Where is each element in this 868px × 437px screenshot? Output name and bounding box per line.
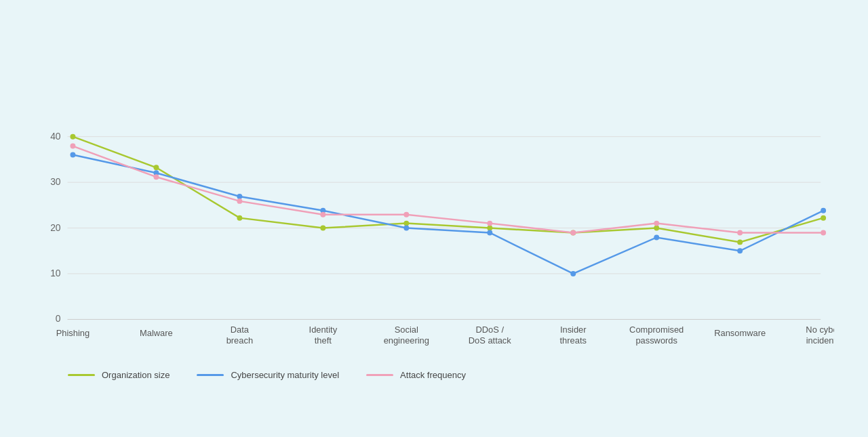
- x-label-7b: passwords: [635, 335, 677, 346]
- legend-cybersecurity-maturity: Cybersecurity maturity level: [197, 370, 339, 380]
- x-label-8: Ransomware: [714, 328, 766, 338]
- organization-size-line: [73, 136, 823, 242]
- chart-area: 0 10 20 30 40: [27, 26, 834, 358]
- cybersecurity-maturity-line: [73, 154, 823, 274]
- chart-legend: Organization size Cybersecurity maturity…: [27, 370, 834, 380]
- attack-dot-8: [737, 230, 743, 235]
- cyber-dot-4: [403, 225, 409, 230]
- attack-dot-2: [237, 198, 242, 203]
- x-label-6b: threats: [560, 335, 587, 346]
- legend-attack-line: [366, 374, 393, 376]
- org-dot-4: [403, 220, 409, 226]
- org-dot-7: [654, 225, 659, 230]
- org-dot-5: [487, 225, 492, 230]
- cyber-dot-5: [487, 230, 492, 235]
- x-label-5b: DoS attack: [469, 335, 512, 346]
- org-dot-8: [737, 239, 743, 245]
- x-label-1: Malware: [140, 328, 173, 338]
- chart-container: 0 10 20 30 40: [14, 12, 854, 425]
- attack-dot-6: [570, 230, 576, 235]
- org-dot-9: [821, 215, 826, 220]
- attack-dot-7: [654, 220, 659, 226]
- cyber-dot-2: [237, 193, 242, 199]
- attack-dot-0: [70, 143, 75, 148]
- cyber-dot-9: [821, 207, 826, 213]
- y-label-30: 30: [50, 176, 61, 187]
- y-label-40: 40: [50, 130, 61, 141]
- cyber-dot-0: [70, 152, 75, 157]
- attack-dot-9: [821, 230, 826, 235]
- y-label-0: 0: [56, 313, 61, 324]
- cyber-dot-7: [654, 234, 659, 240]
- x-label-9: No cyber: [806, 325, 834, 335]
- x-label-2: Data: [231, 325, 250, 335]
- org-dot-2: [237, 215, 242, 220]
- x-label-9b: incidents: [806, 335, 834, 346]
- org-dot-0: [70, 133, 75, 139]
- legend-cyber-label: Cybersecurity maturity level: [231, 370, 339, 380]
- legend-org-label: Organization size: [102, 370, 170, 380]
- cyber-dot-8: [737, 248, 743, 253]
- x-label-3: Identity: [309, 325, 338, 335]
- x-label-4b: engineering: [384, 335, 429, 346]
- attack-dot-4: [403, 211, 409, 217]
- org-dot-1: [153, 165, 159, 170]
- x-label-5: DDoS /: [476, 325, 505, 335]
- x-label-4: Social: [395, 325, 418, 335]
- x-label-6: Insider: [560, 325, 587, 335]
- y-label-10: 10: [50, 267, 61, 278]
- attack-dot-3: [320, 211, 326, 217]
- x-label-3b: theft: [315, 335, 332, 346]
- legend-attack-label: Attack frequency: [400, 370, 466, 380]
- x-label-7: Compromised: [629, 325, 684, 335]
- chart-svg: 0 10 20 30 40: [27, 26, 834, 358]
- attack-dot-5: [487, 220, 492, 226]
- legend-org-line: [68, 374, 95, 376]
- org-dot-3: [320, 225, 326, 230]
- legend-attack-frequency: Attack frequency: [366, 370, 466, 380]
- legend-cyber-line: [197, 374, 224, 376]
- x-label-2b: breach: [226, 335, 253, 346]
- attack-dot-1: [153, 174, 159, 180]
- y-label-20: 20: [50, 222, 61, 232]
- legend-organization-size: Organization size: [68, 370, 170, 380]
- x-label-0: Phishing: [56, 328, 90, 338]
- attack-frequency-line: [73, 146, 823, 232]
- cyber-dot-6: [570, 271, 576, 276]
